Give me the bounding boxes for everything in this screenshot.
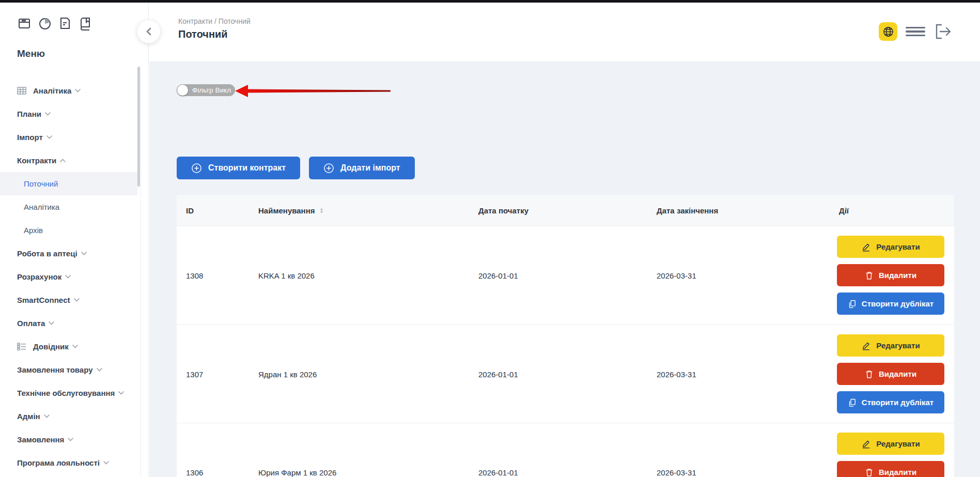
cell-name: Юрия Фарм 1 кв 2026 [258, 423, 336, 477]
edit-button[interactable]: Редагувати [837, 236, 944, 258]
sidebar-item-label: Замовлення [17, 435, 64, 444]
chevron-down-icon [49, 321, 54, 325]
chevron-down-icon [72, 345, 78, 348]
chevron-down-icon [44, 414, 50, 418]
chevron-up-icon [60, 159, 66, 162]
sidebar-item-Імпорт[interactable]: Імпорт [0, 126, 149, 149]
plus-circle-icon [191, 163, 202, 174]
delete-button[interactable]: Видалити [837, 264, 944, 286]
globe-icon [882, 26, 894, 38]
row-actions: РедагуватиВидалитиСтворити дублікат [837, 236, 944, 315]
chevron-down-icon [97, 368, 102, 372]
grid-icon [17, 87, 27, 95]
sidebar-item-label: Оплата [17, 319, 45, 328]
sidebar-subitem-Поточний[interactable]: Поточний [0, 172, 137, 195]
pencil-icon [861, 242, 871, 252]
duplicate-button[interactable]: Створити дублікат [837, 391, 944, 413]
cell-id: 1306 [186, 423, 203, 477]
sidebar-item-Технічне обслуговування[interactable]: Технічне обслуговування [0, 381, 149, 405]
book-icon[interactable] [78, 16, 92, 30]
sidebar-item-label: Технічне обслуговування [17, 389, 115, 397]
sidebar-subitem-Аналітика[interactable]: Аналітика [0, 195, 137, 219]
sidebar-item-label: Довідник [33, 342, 69, 351]
duplicate-button-label: Створити дублікат [862, 299, 934, 308]
sidebar-item-label: Імпорт [17, 133, 43, 142]
cell-id: 1308 [186, 226, 203, 325]
chevron-left-icon [146, 27, 152, 36]
sidebar-item-label: Аналітика [33, 86, 71, 95]
edit-button[interactable]: Редагувати [837, 334, 944, 357]
delete-button-label: Видалити [879, 271, 916, 280]
column-header-name[interactable]: Найменування ▲▼ [258, 195, 323, 226]
table-header-row: ID Найменування ▲▼ Дата початку Дата зак… [177, 195, 954, 226]
filter-toggle-label: Фільтр Викл [192, 86, 231, 94]
column-header-id[interactable]: ID [186, 195, 194, 226]
delete-button[interactable]: Видалити [837, 363, 944, 385]
sidebar-item-Плани[interactable]: Плани [0, 102, 149, 126]
sidebar-item-label: Програма лояльності [17, 458, 100, 467]
logout-icon[interactable] [934, 22, 953, 41]
chevron-down-icon [81, 252, 87, 255]
sidebar-item-Адмін[interactable]: Адмін [0, 405, 149, 428]
sidebar-item-Замовлення товару[interactable]: Замовлення товару [0, 358, 149, 381]
sidebar-item-Замовлення[interactable]: Замовлення [0, 428, 149, 451]
chevron-down-icon [68, 438, 73, 441]
column-header-end-date[interactable]: Дата закінчення [657, 195, 718, 226]
sidebar-subitem-label: Архів [24, 226, 43, 235]
trash-icon [865, 370, 874, 379]
sidebar-scrollbar-thumb[interactable] [137, 67, 140, 187]
sidebar-item-SmartConnect[interactable]: SmartConnect [0, 288, 149, 312]
chevron-down-icon [45, 112, 51, 116]
document-icon[interactable] [58, 16, 72, 30]
plus-circle-icon [323, 163, 334, 174]
delete-button[interactable]: Видалити [837, 461, 944, 477]
archive-box-icon[interactable] [17, 16, 32, 30]
table-row-1307: 1307Ядран 1 кв 20262026-01-012026-03-31Р… [177, 325, 954, 423]
row-actions: РедагуватиВидалитиСтворити дублікат [837, 334, 944, 413]
page-header: Контракти / Поточний Поточний [149, 3, 980, 62]
column-header-start-date[interactable]: Дата початку [478, 195, 528, 226]
trash-icon [865, 468, 874, 477]
chevron-down-icon [118, 391, 124, 395]
sidebar-item-Розрахунок[interactable]: Розрахунок [0, 265, 149, 288]
pie-chart-icon[interactable] [38, 16, 52, 30]
cell-name: KRKA 1 кв 2026 [258, 226, 315, 325]
hamburger-menu-icon[interactable] [906, 27, 925, 37]
row-actions: РедагуватиВидалитиСтворити дублікат [837, 433, 944, 477]
edit-button-label: Редагувати [876, 439, 920, 448]
sidebar-item-Довідник[interactable]: Довідник [0, 335, 149, 358]
chevron-down-icon [46, 135, 52, 139]
sidebar-menu: АналітикаПланиІмпортКонтрактиПоточнийАна… [0, 79, 149, 474]
chevron-down-icon [75, 89, 81, 93]
sidebar-item-Робота в аптеці[interactable]: Робота в аптеці [0, 242, 149, 265]
delete-button-label: Видалити [879, 468, 916, 476]
chevron-down-icon [103, 461, 109, 465]
sidebar-subitem-Архів[interactable]: Архів [0, 219, 137, 242]
sort-icon[interactable]: ▲▼ [319, 208, 323, 214]
add-import-button[interactable]: Додати імпорт [309, 157, 414, 179]
edit-button[interactable]: Редагувати [837, 433, 944, 455]
language-globe-button[interactable] [879, 22, 897, 41]
cell-end-date: 2026-03-31 [657, 423, 696, 477]
sidebar-scrollbar-track [141, 65, 141, 477]
sidebar-item-Оплата[interactable]: Оплата [0, 312, 149, 335]
contracts-table: ID Найменування ▲▼ Дата початку Дата зак… [177, 195, 954, 477]
trash-icon [865, 271, 874, 280]
filter-toggle[interactable]: Фільтр Викл [177, 84, 235, 96]
sidebar-item-Контракти[interactable]: Контракти [0, 149, 149, 172]
cell-end-date: 2026-03-31 [657, 226, 696, 325]
sidebar-subitem-label: Аналітика [24, 203, 59, 211]
copy-icon [848, 398, 857, 407]
pencil-icon [861, 439, 871, 449]
sidebar-item-label: Плани [17, 110, 41, 118]
sidebar-item-label: Робота в аптеці [17, 249, 77, 258]
sidebar-collapse-button[interactable] [137, 20, 161, 43]
sidebar-item-Програма лояльності[interactable]: Програма лояльності [0, 451, 149, 474]
chevron-down-icon [65, 275, 71, 279]
table-row-1306: 1306Юрия Фарм 1 кв 20262026-01-012026-03… [177, 423, 954, 477]
create-contract-button[interactable]: Створити контракт [177, 157, 300, 179]
duplicate-button[interactable]: Створити дублікат [837, 293, 944, 315]
sidebar-item-label: Замовлення товару [17, 365, 93, 374]
page-title: Поточний [178, 28, 228, 40]
sidebar-item-Аналітика[interactable]: Аналітика [0, 79, 149, 102]
